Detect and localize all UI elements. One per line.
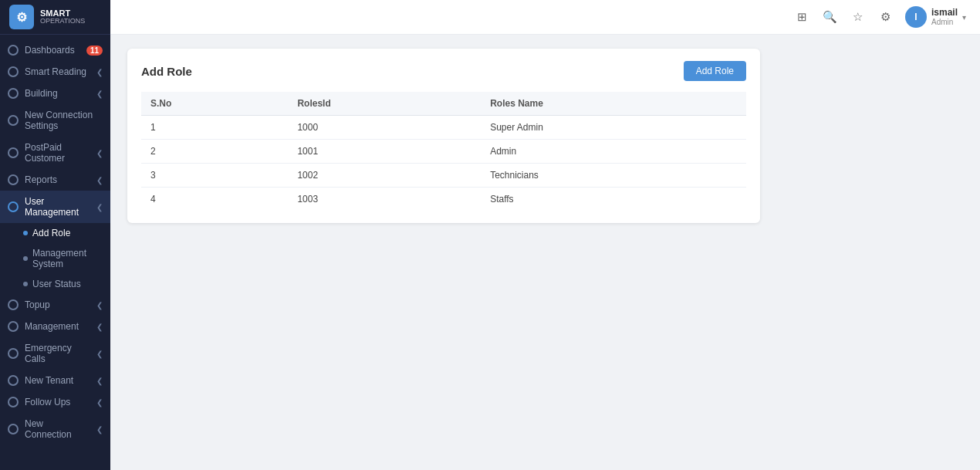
- chevron-icon: ❮: [96, 203, 103, 211]
- logo-subtitle: OPERATIONS: [40, 18, 85, 25]
- avatar: I: [905, 6, 927, 28]
- sidebar-item-smart-reading[interactable]: Smart Reading ❮: [0, 61, 110, 83]
- user-name: ismail: [931, 7, 958, 18]
- nav-circle-icon: [8, 348, 19, 359]
- sidebar-item-label: Emergency Calls: [25, 343, 90, 364]
- table-row: 2 1001 Admin: [141, 140, 746, 164]
- dashboards-badge: 11: [86, 46, 103, 56]
- add-role-button[interactable]: Add Role: [684, 61, 746, 81]
- sidebar-item-label: New Connection: [25, 418, 90, 440]
- chevron-icon: ❮: [96, 301, 103, 309]
- nav-circle-icon: [8, 321, 19, 332]
- sidebar-item-follow-ups[interactable]: Follow Ups ❮: [0, 391, 110, 413]
- sidebar-item-emergency-calls[interactable]: Emergency Calls ❮: [0, 337, 110, 370]
- sidebar-item-label: Dashboards: [25, 45, 75, 56]
- chevron-icon: ❮: [96, 68, 103, 76]
- sidebar: ⚙ SMART OPERATIONS Dashboards 11 Smart R…: [0, 0, 110, 470]
- sidebar-subitem-management-system[interactable]: Management System: [0, 243, 110, 274]
- logo-icon: ⚙: [9, 5, 34, 29]
- user-info: ismail Admin: [931, 7, 958, 27]
- sidebar-item-label: New Tenant: [25, 375, 73, 386]
- chevron-icon: ❮: [96, 149, 103, 157]
- sidebar-item-dashboards[interactable]: Dashboards 11: [0, 39, 110, 61]
- nav-circle-icon: [8, 424, 19, 434]
- sidebar-item-label: Smart Reading: [25, 66, 86, 77]
- sidebar-item-user-management[interactable]: User Management ❮: [0, 191, 110, 223]
- sidebar-subitem-user-status[interactable]: User Status: [0, 274, 110, 294]
- nav-circle-icon: [8, 66, 19, 77]
- table-header-row: S.No RolesId Roles Name: [141, 92, 746, 116]
- table-head: S.No RolesId Roles Name: [141, 92, 746, 116]
- card-header: Add Role Add Role: [141, 61, 746, 81]
- sidebar-subitem-add-role[interactable]: Add Role: [0, 223, 110, 243]
- nav-circle-icon: [8, 397, 19, 407]
- chevron-icon: ❮: [96, 176, 103, 184]
- settings-icon[interactable]: ⚙: [877, 8, 894, 25]
- search-icon[interactable]: 🔍: [822, 8, 839, 25]
- sidebar-item-label: Reports: [25, 174, 57, 185]
- chevron-icon: ❮: [96, 90, 103, 98]
- nav-circle-icon: [8, 375, 19, 386]
- sidebar-item-building[interactable]: Building ❮: [0, 83, 110, 104]
- sidebar-item-reports[interactable]: Reports ❮: [0, 169, 110, 191]
- subitem-label: Management System: [32, 248, 103, 269]
- cell-roles-name: Admin: [481, 140, 746, 164]
- nav-circle-icon: [8, 201, 19, 212]
- star-icon[interactable]: ☆: [850, 8, 867, 25]
- sidebar-item-label: Building: [25, 88, 58, 99]
- nav-circle-icon: [8, 88, 19, 99]
- col-sno: S.No: [141, 92, 288, 116]
- chevron-icon: ❮: [96, 350, 103, 358]
- sidebar-item-postpaid-customer[interactable]: PostPaid Customer ❮: [0, 137, 110, 169]
- user-dropdown-arrow: ▾: [962, 13, 966, 22]
- cell-sno: 2: [141, 140, 288, 164]
- nav-circle-icon: [8, 147, 19, 158]
- sidebar-item-new-tenant[interactable]: New Tenant ❮: [0, 370, 110, 391]
- sidebar-item-topup[interactable]: Topup ❮: [0, 294, 110, 316]
- main-area: ⊞ 🔍 ☆ ⚙ I ismail Admin ▾ Add Role Add Ro…: [110, 0, 980, 470]
- logo-area: ⚙ SMART OPERATIONS: [0, 0, 110, 35]
- sidebar-item-management[interactable]: Management ❮: [0, 316, 110, 337]
- chevron-icon: ❮: [96, 398, 103, 407]
- page-title: Add Role: [141, 65, 192, 78]
- cell-roles-name: Super Admin: [481, 116, 746, 140]
- cell-sno: 3: [141, 164, 288, 188]
- cell-rolesid: 1001: [288, 140, 481, 164]
- chevron-icon: ❮: [96, 377, 103, 385]
- subitem-label: Add Role: [32, 228, 70, 238]
- table-row: 3 1002 Technicians: [141, 164, 746, 188]
- cell-rolesid: 1002: [288, 164, 481, 188]
- logo-text: SMART OPERATIONS: [40, 8, 85, 25]
- subitem-label: User Status: [32, 279, 81, 289]
- nav-circle-icon: [8, 45, 19, 56]
- user-role: Admin: [931, 18, 958, 27]
- table-body: 1 1000 Super Admin 2 1001 Admin 3 1002 T…: [141, 116, 746, 211]
- sidebar-item-label: New Connection Settings: [25, 110, 103, 131]
- table-row: 4 1003 Staffs: [141, 188, 746, 211]
- sidebar-item-new-connection-settings[interactable]: New Connection Settings: [0, 104, 110, 137]
- sidebar-item-label: User Management: [25, 196, 90, 218]
- sidebar-item-label: Topup: [25, 299, 50, 310]
- cell-rolesid: 1003: [288, 188, 481, 211]
- sidebar-item-new-connection[interactable]: New Connection ❮: [0, 413, 110, 445]
- cell-roles-name: Staffs: [481, 188, 746, 211]
- sidebar-nav: Dashboards 11 Smart Reading ❮ Building ❮…: [0, 35, 110, 470]
- user-area[interactable]: I ismail Admin ▾: [905, 6, 966, 28]
- cell-roles-name: Technicians: [481, 164, 746, 188]
- nav-circle-icon: [8, 115, 19, 126]
- sidebar-item-label: PostPaid Customer: [25, 142, 90, 164]
- cell-sno: 4: [141, 188, 288, 211]
- nav-circle-icon: [8, 299, 19, 310]
- subnav-dot: [23, 231, 28, 235]
- nav-circle-icon: [8, 174, 19, 185]
- chevron-icon: ❮: [96, 323, 103, 331]
- subnav-dot: [23, 256, 28, 261]
- sidebar-item-label: Management: [25, 321, 79, 332]
- grid-icon[interactable]: ⊞: [794, 8, 811, 25]
- add-role-card: Add Role Add Role S.No RolesId Roles Nam…: [127, 49, 760, 223]
- table-row: 1 1000 Super Admin: [141, 116, 746, 140]
- header: ⊞ 🔍 ☆ ⚙ I ismail Admin ▾: [110, 0, 980, 35]
- chevron-icon: ❮: [96, 425, 103, 434]
- subnav-dot: [23, 282, 28, 286]
- cell-rolesid: 1000: [288, 116, 481, 140]
